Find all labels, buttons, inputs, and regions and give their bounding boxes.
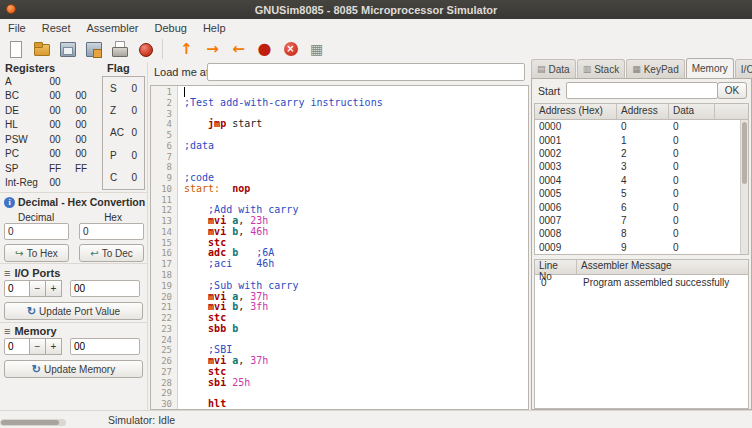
update-port-value-button[interactable]: Update Port Value: [4, 302, 143, 320]
column-header-assembler-message[interactable]: Assembler Message: [577, 260, 748, 274]
code-token: [184, 258, 208, 269]
code-token: adc: [208, 247, 226, 258]
breakpoint-set-button[interactable]: ●: [252, 37, 277, 61]
memory-row[interactable]: 000550: [535, 187, 748, 200]
open-button[interactable]: [28, 37, 53, 61]
flag-name: AC: [110, 127, 124, 138]
io-port-controls: − +: [4, 280, 140, 297]
start-address-input[interactable]: [566, 82, 718, 99]
memory-row[interactable]: 000990: [535, 241, 748, 254]
menu-reset[interactable]: Reset: [34, 21, 79, 35]
menu-help[interactable]: Help: [195, 21, 234, 35]
memory-cell: 0009: [535, 242, 617, 253]
line-number: 6: [151, 141, 177, 152]
print-button[interactable]: [106, 37, 131, 61]
code-line[interactable]: sbi 25h: [184, 378, 528, 389]
io-port-spinner[interactable]: [4, 280, 30, 297]
scrollbar-thumb[interactable]: [1, 420, 59, 425]
io-port-value-input[interactable]: [70, 280, 140, 297]
register-value: 00: [68, 105, 94, 116]
load-button[interactable]: ↑: [174, 37, 199, 61]
update-memory-button[interactable]: Update Memory: [4, 360, 143, 378]
register-name: Int-Reg: [2, 177, 42, 188]
code-line[interactable]: mvi b, 3fh: [184, 302, 528, 313]
message-row[interactable]: 0Program assembled successfully: [535, 275, 748, 289]
column-header-address-hex[interactable]: Address (Hex): [535, 104, 617, 119]
window-close-button[interactable]: [6, 4, 16, 14]
memory-cell: 0: [669, 161, 715, 172]
memory-table-scrollbar[interactable]: [740, 120, 748, 254]
memory-row[interactable]: 000880: [535, 227, 748, 240]
code-line[interactable]: hlt: [184, 399, 528, 409]
tab-keypad[interactable]: ▦KeyPad: [626, 59, 685, 78]
tab-label: Memory: [692, 63, 728, 74]
titlebar: GNUSim8085 - 8085 Microprocessor Simulat…: [0, 0, 752, 19]
memory-row[interactable]: 000330: [535, 160, 748, 173]
curved-arrow-left-icon: [90, 248, 98, 259]
memory-value-input[interactable]: [70, 338, 140, 355]
code-token: [184, 215, 208, 226]
code-line[interactable]: mvi b, 46h: [184, 227, 528, 238]
code-token: ;data: [184, 140, 214, 151]
column-header-data[interactable]: Data: [669, 104, 715, 119]
code-line[interactable]: jmp start: [184, 119, 528, 130]
code-line[interactable]: start: nop: [184, 184, 528, 195]
code-line[interactable]: mvi a, 37h: [184, 356, 528, 367]
new-button[interactable]: [2, 37, 27, 61]
divider: [0, 322, 148, 323]
to-dec-button[interactable]: To Dec: [79, 244, 144, 262]
tab-i-o-ports[interactable]: I/O Ports: [735, 59, 752, 78]
code-line[interactable]: [184, 152, 528, 163]
memory-cell: 0: [669, 202, 715, 213]
memory-row[interactable]: 000440: [535, 174, 748, 187]
memory-address-spinner[interactable]: [4, 338, 30, 355]
tab-data[interactable]: ▤Data: [531, 59, 576, 78]
menu-assembler[interactable]: Assembler: [78, 21, 146, 35]
memory-address-increment-button[interactable]: +: [45, 338, 62, 355]
line-number: 29: [151, 388, 177, 399]
code-line[interactable]: [184, 388, 528, 399]
code-line[interactable]: ;aci 46h: [184, 259, 528, 270]
code-token: start:: [184, 183, 220, 194]
code-line[interactable]: [184, 130, 528, 141]
to-hex-button[interactable]: To Hex: [4, 244, 69, 262]
code-line[interactable]: ;Test add-with-carry instructions: [184, 98, 528, 109]
assemble-button[interactable]: [132, 37, 157, 61]
memory-row[interactable]: 000110: [535, 133, 748, 146]
code-line[interactable]: [184, 162, 528, 173]
save-as-button[interactable]: [80, 37, 105, 61]
column-header-address[interactable]: Address: [617, 104, 669, 119]
save-button[interactable]: [54, 37, 79, 61]
memory-row[interactable]: 000220: [535, 147, 748, 160]
io-port-increment-button[interactable]: +: [45, 280, 62, 297]
menu-file[interactable]: File: [0, 21, 34, 35]
keypad-button[interactable]: ▦: [304, 37, 329, 61]
memory-address-decrement-button[interactable]: −: [29, 338, 46, 355]
decimal-input[interactable]: [4, 223, 69, 240]
left-panel-hscrollbar[interactable]: [0, 419, 66, 426]
memory-row[interactable]: 000000: [535, 120, 748, 133]
breakpoint-clear-button[interactable]: ×: [278, 37, 303, 61]
io-port-decrement-button[interactable]: −: [29, 280, 46, 297]
column-header-line-no[interactable]: Line No: [535, 260, 577, 274]
scrollbar-thumb[interactable]: [742, 122, 747, 184]
menu-debug[interactable]: Debug: [146, 21, 194, 35]
tab-memory[interactable]: Memory: [686, 58, 734, 78]
line-number: 4: [151, 119, 177, 130]
memory-row[interactable]: 000660: [535, 200, 748, 213]
load-address-input[interactable]: [207, 63, 525, 81]
tab-stack[interactable]: ▥Stack: [577, 59, 626, 78]
memory-row[interactable]: 000770: [535, 214, 748, 227]
code-editor[interactable]: 1234567891011121314151617181920212223242…: [150, 85, 529, 410]
step-button[interactable]: ←: [226, 37, 251, 61]
hex-input[interactable]: [79, 223, 144, 240]
code-token: [184, 377, 208, 388]
code-line[interactable]: sbb b: [184, 324, 528, 335]
code-line[interactable]: ;data: [184, 141, 528, 152]
code-area[interactable]: ;Test add-with-carry instructions jmp st…: [178, 86, 528, 409]
code-line[interactable]: [184, 335, 528, 346]
run-button[interactable]: →: [200, 37, 225, 61]
ok-button[interactable]: OK: [717, 82, 747, 99]
register-row: DE0000: [2, 103, 98, 118]
line-number: 28: [151, 378, 177, 389]
